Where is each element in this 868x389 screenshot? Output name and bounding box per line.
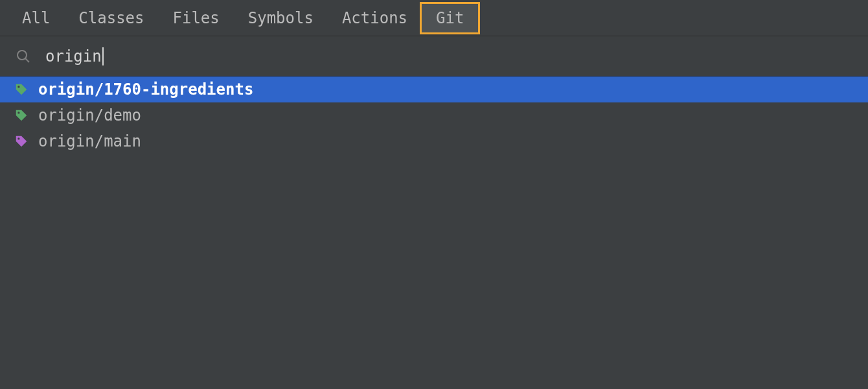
tab-actions[interactable]: Actions	[328, 4, 422, 32]
tab-classes[interactable]: Classes	[64, 4, 158, 32]
svg-point-2	[17, 86, 19, 88]
svg-point-4	[17, 137, 19, 139]
tab-files[interactable]: Files	[159, 4, 234, 32]
search-icon	[16, 49, 31, 64]
tag-icon	[14, 82, 29, 97]
result-label: origin/main	[38, 132, 141, 150]
text-caret	[102, 47, 104, 65]
result-label: origin/demo	[38, 106, 141, 124]
tab-all[interactable]: All	[8, 4, 64, 32]
tab-git[interactable]: Git	[422, 4, 478, 32]
results-list: origin/1760-ingredients origin/demo orig…	[0, 77, 868, 154]
svg-point-0	[17, 51, 27, 60]
tag-icon	[14, 134, 29, 148]
tabs-bar: All Classes Files Symbols Actions Git	[0, 0, 868, 36]
svg-point-3	[17, 112, 19, 113]
result-row[interactable]: origin/demo	[0, 102, 868, 128]
result-row[interactable]: origin/main	[0, 128, 868, 154]
search-bar: origin	[0, 36, 868, 77]
tag-icon	[14, 108, 29, 123]
search-input[interactable]: origin	[45, 47, 868, 65]
tab-symbols[interactable]: Symbols	[234, 4, 328, 32]
result-label: origin/1760-ingredients	[38, 80, 253, 99]
search-input-value: origin	[45, 47, 102, 65]
result-row[interactable]: origin/1760-ingredients	[0, 77, 868, 102]
svg-line-1	[25, 58, 29, 62]
